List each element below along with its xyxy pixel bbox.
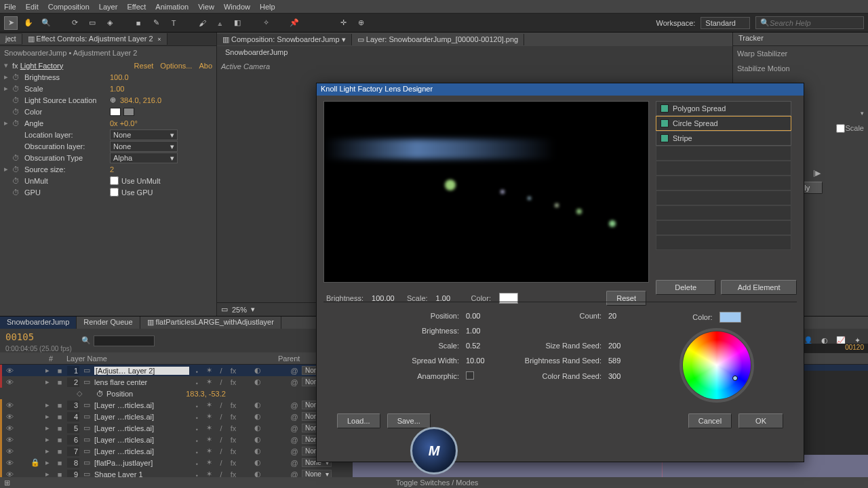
layer-name[interactable]: [Layer …rticles.ai]: [94, 447, 189, 455]
load-button[interactable]: Load...: [337, 413, 380, 428]
flare-preview[interactable]: [323, 101, 649, 283]
disclosure-arrow-icon[interactable]: ▾: [4, 61, 12, 70]
layer-name[interactable]: [Layer …rticles.ai]: [94, 436, 189, 444]
delete-element-button[interactable]: Delete: [656, 280, 715, 295]
stopwatch-icon[interactable]: ⏱: [12, 119, 22, 127]
eye-icon[interactable]: 👁: [6, 436, 16, 444]
shy-switch[interactable]: ⬩: [192, 401, 201, 409]
quality-switch[interactable]: /: [216, 459, 226, 467]
warp-stabilizer-button[interactable]: Warp Stabilizer: [733, 46, 868, 61]
color-swatch[interactable]: [110, 108, 121, 116]
location-layer-dropdown[interactable]: None: [110, 129, 178, 140]
parent-pickwhip-icon[interactable]: @: [290, 401, 299, 409]
element-item[interactable]: Polygon Spread: [656, 101, 791, 116]
collapse-switch[interactable]: ✶: [204, 458, 214, 467]
collapse-switch[interactable]: ✶: [204, 366, 214, 375]
collapse-switch[interactable]: ✶: [204, 378, 214, 386]
cancel-button[interactable]: Cancel: [688, 413, 732, 428]
tracker-tab[interactable]: Tracker: [733, 33, 868, 46]
timeline-tab-flat[interactable]: ▥ flatParticlesLARGE_withAdjustlayer: [140, 317, 281, 329]
timeline-search-input[interactable]: [94, 336, 155, 346]
effect-options-link[interactable]: Options...: [160, 62, 192, 70]
label-color[interactable]: ■: [55, 447, 64, 455]
collapse-switch[interactable]: ✶: [204, 424, 214, 432]
parent-pickwhip-icon[interactable]: @: [290, 378, 299, 386]
parent-pickwhip-icon[interactable]: @: [290, 367, 299, 375]
stopwatch-icon[interactable]: ⏱: [12, 154, 22, 162]
eye-icon[interactable]: 👁: [6, 413, 16, 421]
param-color-seed-value[interactable]: 300: [608, 372, 649, 380]
world-axis-icon[interactable]: ⊕: [354, 16, 368, 30]
reset-button[interactable]: Reset: [606, 291, 646, 306]
collapse-switch[interactable]: ✶: [204, 401, 214, 409]
clone-tool-icon[interactable]: ⟁: [213, 16, 226, 30]
effect-reset-link[interactable]: Reset: [134, 62, 154, 70]
quality-switch[interactable]: /: [216, 447, 226, 455]
fx-switch[interactable]: fx: [229, 436, 238, 444]
keyframe-stopwatch-icon[interactable]: ⏱: [96, 390, 104, 398]
parent-pickwhip-icon[interactable]: @: [290, 424, 299, 432]
layer-name[interactable]: lens flare center: [94, 378, 189, 386]
eye-icon[interactable]: 👁: [6, 447, 16, 455]
element-enable-checkbox[interactable]: [660, 119, 669, 127]
motion-blur-switch[interactable]: ◐: [253, 412, 262, 421]
viewer-comp-tab[interactable]: ▥ Composition: SnowboarderJump ▾: [217, 34, 352, 45]
menu-view[interactable]: View: [198, 3, 214, 11]
collapse-switch[interactable]: ✶: [204, 435, 214, 444]
stopwatch-icon[interactable]: ⏱: [12, 177, 22, 185]
current-timecode[interactable]: 00105: [0, 329, 77, 345]
shy-switch[interactable]: ⬩: [192, 424, 201, 432]
rotate-tool-icon[interactable]: ⟳: [68, 16, 81, 30]
quality-switch[interactable]: /: [216, 401, 226, 409]
param-brightness-value[interactable]: 1.00: [466, 327, 507, 335]
stopwatch-icon[interactable]: ⏱: [12, 85, 22, 93]
element-item[interactable]: Circle Spread: [656, 116, 791, 131]
crosshair-icon[interactable]: ⊕: [110, 96, 116, 104]
motion-blur-switch[interactable]: ◐: [253, 366, 262, 375]
selection-tool-icon[interactable]: ➤: [4, 16, 18, 30]
search-help-field[interactable]: 🔍: [755, 16, 864, 29]
text-tool-icon[interactable]: T: [167, 16, 180, 30]
pen-tool-icon[interactable]: ✎: [149, 16, 163, 30]
shy-switch[interactable]: ⬩: [192, 436, 201, 444]
fx-switch[interactable]: fx: [229, 401, 238, 409]
tab-dropdown-icon[interactable]: ▾: [342, 35, 346, 43]
collapse-switch[interactable]: ✶: [204, 447, 214, 455]
effect-name[interactable]: Light Factory: [20, 62, 64, 70]
prop-brightness-value[interactable]: 100.0: [110, 73, 129, 81]
layer-name[interactable]: [Layer …rticles.ai]: [94, 401, 189, 409]
layer-name[interactable]: [flatPa…justlayer]: [94, 459, 189, 467]
layer-name[interactable]: [Adjust… Layer 2]: [94, 367, 189, 375]
fx-switch[interactable]: fx: [229, 378, 238, 386]
pan-behind-tool-icon[interactable]: ◈: [103, 16, 117, 30]
workspace-dropdown[interactable]: Standard: [701, 17, 750, 29]
stabilize-motion-button[interactable]: Stabilize Motion: [733, 61, 868, 76]
fx-switch[interactable]: fx: [229, 424, 238, 432]
motion-blur-switch[interactable]: ◐: [253, 458, 262, 467]
viewer-breadcrumb[interactable]: SnowboarderJump: [221, 47, 292, 57]
timeline-tab-render-queue[interactable]: Render Queue: [77, 317, 140, 329]
menu-composition[interactable]: Composition: [48, 3, 90, 11]
expand-icon[interactable]: ⊞: [4, 479, 10, 487]
puppet-tool-icon[interactable]: 📌: [288, 16, 301, 30]
element-enable-checkbox[interactable]: [660, 134, 669, 142]
color-wheel-indicator[interactable]: [732, 375, 738, 381]
search-help-input[interactable]: [770, 19, 859, 27]
scale-checkbox[interactable]: [836, 124, 845, 133]
brush-tool-icon[interactable]: 🖌: [195, 16, 209, 30]
zoom-dropdown-icon[interactable]: ▾: [251, 305, 255, 314]
shy-switch[interactable]: ⬩: [192, 459, 201, 467]
quality-switch[interactable]: /: [216, 413, 226, 421]
lock-icon[interactable]: 🔒: [31, 458, 40, 467]
hand-tool-icon[interactable]: ✋: [22, 16, 35, 30]
layer-name[interactable]: [Layer …rticles.ai]: [94, 413, 189, 421]
menu-file[interactable]: File: [4, 3, 16, 11]
project-tab[interactable]: ject: [0, 34, 22, 44]
fx-toggle-icon[interactable]: fx: [12, 62, 18, 70]
obscuration-layer-dropdown[interactable]: None: [110, 141, 178, 152]
param-color-swatch[interactable]: [719, 312, 741, 323]
parent-pickwhip-icon[interactable]: @: [290, 413, 299, 421]
zoom-ratio-icon[interactable]: ▭: [221, 305, 228, 314]
eye-icon[interactable]: 👁: [6, 378, 16, 386]
stopwatch-icon[interactable]: ⏱: [12, 108, 22, 116]
